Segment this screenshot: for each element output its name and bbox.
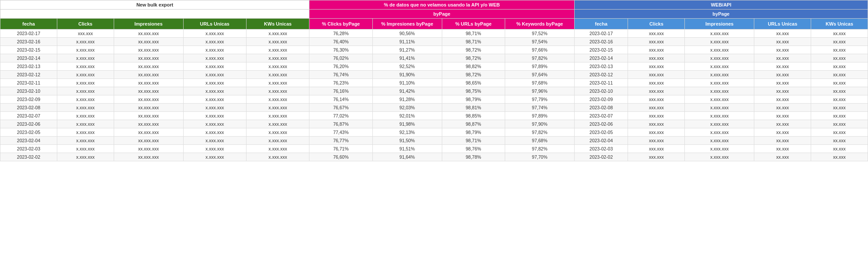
table-cell: 98,71%	[442, 38, 505, 46]
bypage-blue-label: byPage	[574, 10, 868, 19]
table-cell: 98,72%	[442, 71, 505, 79]
table-cell: 2023-02-08	[0, 104, 57, 112]
table-cell: 97,74%	[505, 104, 574, 112]
table-cell: xx.xxx	[754, 128, 811, 137]
bypage-header-row: byPage byPage	[0, 10, 868, 19]
table-cell: xxx.xxx	[628, 120, 685, 128]
table-cell: 91,90%	[372, 71, 442, 79]
table-cell: xx.xxx.xxx	[114, 29, 183, 38]
table-cell: 92,01%	[372, 112, 442, 120]
table-cell: 2023-02-17	[0, 29, 57, 38]
col-header-pct-url: % URLs byPage	[442, 19, 505, 29]
table-cell: x.xxx.xxx	[57, 137, 114, 145]
table-cell: x.xxx.xxx	[246, 54, 309, 62]
section-header-row: New bulk export % de datos que no velamo…	[0, 0, 868, 10]
table-cell: 97,52%	[505, 29, 574, 38]
table-cell: x.xxx.xxx	[57, 120, 114, 128]
table-cell: x.xxx.xxx	[685, 104, 754, 112]
new-bulk-export-header: New bulk export	[0, 0, 309, 10]
table-cell: 97,68%	[505, 79, 574, 87]
table-cell: x.xxx.xxx	[57, 71, 114, 79]
table-row: 2023-02-07x.xxx.xxxxx.xxx.xxxx.xxx.xxxx.…	[0, 112, 868, 120]
table-cell: x.xxx.xxx	[685, 95, 754, 104]
table-cell: 97,89%	[505, 112, 574, 120]
table-row: 2023-02-14x.xxx.xxxxx.xxx.xxxx.xxx.xxxx.…	[0, 54, 868, 62]
table-cell: 97,82%	[505, 145, 574, 153]
table-cell: xx.xxx	[811, 38, 868, 46]
table-cell: x.xxx.xxx	[57, 153, 114, 161]
table-cell: x.xxx.xxx	[183, 120, 246, 128]
table-cell: 91,41%	[372, 54, 442, 62]
table-cell: xxx.xxx	[628, 62, 685, 71]
table-cell: x.xxx.xxx	[685, 137, 754, 145]
table-cell: x.xxx.xxx	[183, 79, 246, 87]
table-cell: xx.xxx.xxx	[114, 95, 183, 104]
table-cell: 76,02%	[309, 54, 372, 62]
table-cell: 2023-02-04	[0, 137, 57, 145]
table-cell: xx.xxx	[754, 29, 811, 38]
col-header-pct-kw: % Keywords byPage	[505, 19, 574, 29]
table-cell: x.xxx.xxx	[183, 46, 246, 54]
table-cell: xx.xxx	[754, 79, 811, 87]
table-cell: 91,27%	[372, 46, 442, 54]
table-cell: 97,64%	[505, 71, 574, 79]
table-cell: xxx.xxx	[628, 87, 685, 95]
table-cell: 97,66%	[505, 46, 574, 54]
table-cell: xx.xxx	[811, 120, 868, 128]
table-cell: xx.xxx	[811, 71, 868, 79]
table-cell: 2023-02-08	[574, 104, 628, 112]
table-cell: 91,10%	[372, 79, 442, 87]
web-api-header: WEB/API	[574, 0, 868, 10]
col-header-pct-clicks: % Clicks byPage	[309, 19, 372, 29]
table-cell: 2023-02-13	[574, 62, 628, 71]
table-cell: x.xxx.xxx	[57, 95, 114, 104]
bypage-pink-label: byPage	[309, 10, 575, 19]
table-cell: 90,56%	[372, 29, 442, 38]
table-cell: 98,72%	[442, 54, 505, 62]
table-cell: 98,82%	[442, 62, 505, 71]
table-cell: 76,71%	[309, 145, 372, 153]
col-header-clicks2: Clicks	[628, 19, 685, 29]
table-cell: 76,87%	[309, 120, 372, 128]
table-cell: 77,02%	[309, 112, 372, 120]
table-cell: 2023-02-07	[0, 112, 57, 120]
table-cell: 2023-02-07	[574, 112, 628, 120]
table-cell: x.xxx.xxx	[246, 38, 309, 46]
table-cell: x.xxx.xxx	[183, 87, 246, 95]
table-cell: 98,85%	[442, 112, 505, 120]
table-cell: xxx.xxx	[628, 95, 685, 104]
table-row: 2023-02-10x.xxx.xxxxx.xxx.xxxx.xxx.xxxx.…	[0, 87, 868, 95]
table-cell: 76,77%	[309, 137, 372, 145]
table-cell: x.xxx.xxx	[685, 71, 754, 79]
table-cell: x.xxx.xxx	[183, 95, 246, 104]
table-cell: 91,50%	[372, 137, 442, 145]
table-cell: x.xxx.xxx	[57, 38, 114, 46]
table-cell: xx.xxx	[811, 87, 868, 95]
table-cell: 2023-02-09	[0, 95, 57, 104]
table-cell: xx.xxx	[811, 137, 868, 145]
table-cell: 2023-02-03	[574, 145, 628, 153]
table-cell: x.xxx.xxx	[246, 87, 309, 95]
table-cell: 97,82%	[505, 128, 574, 137]
table-cell: xx.xxx	[811, 153, 868, 161]
table-cell: 97,68%	[505, 137, 574, 145]
table-cell: 97,96%	[505, 87, 574, 95]
table-cell: 98,79%	[442, 128, 505, 137]
table-cell: x.xxx.xxx	[183, 137, 246, 145]
table-cell: 91,42%	[372, 87, 442, 95]
table-cell: xx.xxx	[754, 62, 811, 71]
table-cell: x.xxx.xxx	[246, 71, 309, 79]
table-cell: x.xxx.xxx	[685, 79, 754, 87]
table-cell: xx.xxx	[754, 54, 811, 62]
table-cell: xxx.xxx	[628, 38, 685, 46]
table-cell: 2023-02-10	[0, 87, 57, 95]
table-cell: xxx.xxx	[628, 137, 685, 145]
table-cell: 98,65%	[442, 79, 505, 87]
table-cell: 98,81%	[442, 104, 505, 112]
table-cell: x.xxx.xxx	[57, 62, 114, 71]
table-cell: 2023-02-12	[574, 71, 628, 79]
table-cell: xxx.xxx	[628, 128, 685, 137]
table-cell: x.xxx.xxx	[183, 145, 246, 153]
table-cell: xx.xxx	[811, 46, 868, 54]
table-cell: xx.xxx	[754, 120, 811, 128]
